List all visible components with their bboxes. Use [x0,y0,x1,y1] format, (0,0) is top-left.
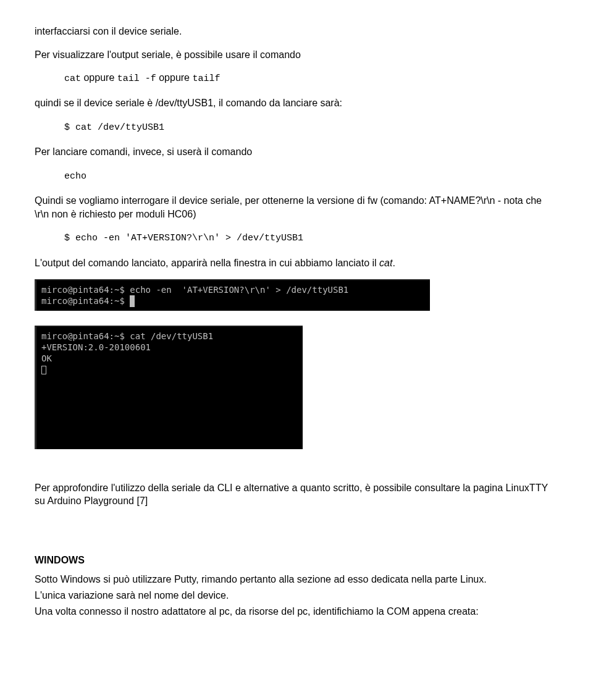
terminal-cat-line2: +VERSION:2.0-20100601 [41,342,151,352]
paragraph-visualize: Per visualizzare l'output seriale, è pos… [35,48,558,62]
cmd-echo-en: $ echo -en 'AT+VERSION?\r\n' > /dev/ttyU… [64,233,303,243]
cmd-tail-f: tail -f [117,74,156,84]
paragraph-windows-com: Una volta connesso il nostro adattatore … [35,605,558,618]
output-text-a: L'output del comando lanciato, apparirà … [35,258,379,268]
heading-windows: WINDOWS [35,554,558,567]
cmd-cat-dev: $ cat /dev/ttyUSB1 [64,122,164,133]
paragraph-output: L'output del comando lanciato, apparirà … [35,256,558,270]
cmd-cat: cat [64,74,81,84]
paragraph-device: quindi se il device seriale è /dev/ttyUS… [35,96,558,110]
sep-2: oppure [156,72,193,83]
terminal-cat-line1: mirco@pinta64:~$ cat /dev/ttyUSB1 [41,331,213,341]
terminal-echo-content: mirco@pinta64:~$ echo -en 'AT+VERSION?\r… [41,285,348,306]
paragraph-deepen: Per approfondire l'utilizzo della serial… [35,481,558,508]
cursor-outline-icon [41,366,46,374]
terminal-cat-screenshot: mirco@pinta64:~$ cat /dev/ttyUSB1 +VERSI… [35,326,303,449]
paragraph-launch: Per lanciare comandi, invece, si userà i… [35,145,558,159]
sep-1: oppure [81,72,117,83]
intro-text: interfacciarsi con il device seriale. [35,25,558,38]
terminal-echo-screenshot: mirco@pinta64:~$ echo -en 'AT+VERSION?\r… [35,279,430,310]
paragraph-interrogate: Quindi se vogliamo interrogare il device… [35,194,558,221]
terminal-cat-line3: OK [41,353,52,363]
output-cat-ital: cat [379,258,392,268]
output-text-c: . [392,258,395,268]
cmd-tailf: tailf [192,74,220,84]
paragraph-windows-putty: Sotto Windows si può utilizzare Putty, r… [35,573,558,586]
cursor-icon [130,295,135,306]
cmd-echo: echo [64,171,86,182]
paragraph-windows-name: L'unica variazione sarà nel nome del dev… [35,589,558,602]
